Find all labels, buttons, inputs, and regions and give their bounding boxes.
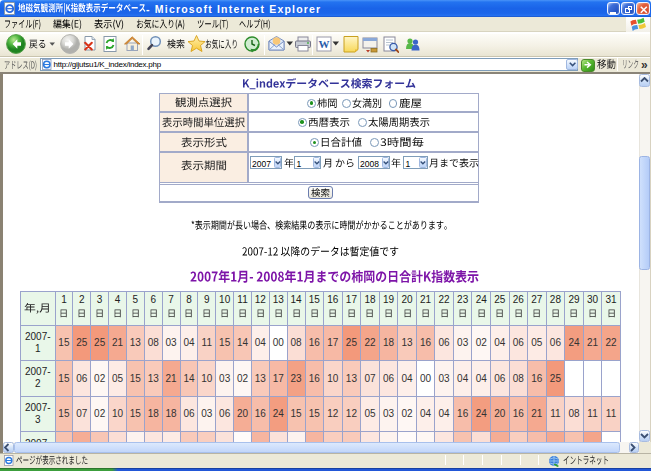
- svg-text:W: W: [319, 38, 330, 50]
